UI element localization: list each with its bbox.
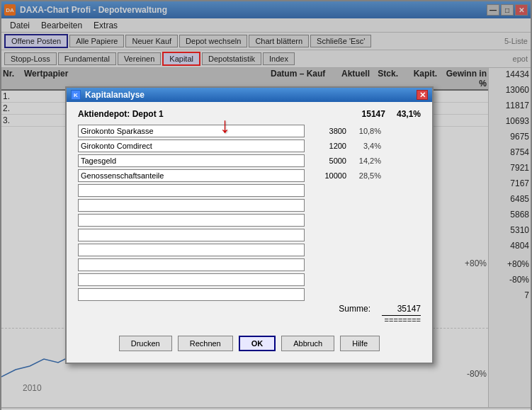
- input-pct-1: 10,8%: [349, 127, 381, 135]
- depot-pct: 43,1%: [397, 109, 421, 119]
- empty-row-8: [78, 288, 421, 301]
- btn-abbruch[interactable]: Abbruch: [281, 336, 334, 351]
- input-field-1[interactable]: [78, 125, 305, 137]
- depot-amount: 15147: [362, 109, 385, 119]
- arrow-down: ↓: [220, 113, 230, 137]
- empty-row-3: [78, 214, 421, 227]
- input-field-4[interactable]: [78, 169, 305, 182]
- empty-input-2[interactable]: [78, 199, 305, 212]
- input-row-2: 1200 3,4%: [78, 139, 421, 152]
- modal-close-button[interactable]: ✕: [417, 90, 428, 100]
- kapitalanalyse-dialog: K Kapitalanalyse ✕ Aktiendepot: Depot 1 …: [65, 86, 434, 364]
- empty-input-3[interactable]: [78, 214, 305, 227]
- btn-drucken[interactable]: Drucken: [119, 336, 172, 351]
- summe-value: 35147: [382, 304, 421, 314]
- empty-input-1[interactable]: [78, 184, 305, 197]
- modal-title-left: K Kapitalanalyse: [71, 90, 145, 100]
- summe-label: Summe:: [339, 304, 370, 314]
- empty-row-6: [78, 258, 421, 271]
- empty-input-6[interactable]: [78, 258, 305, 271]
- empty-row-7: [78, 273, 421, 286]
- modal-icon: K: [71, 90, 81, 100]
- equals-value: ========: [382, 315, 421, 324]
- input-pct-3: 14,2%: [349, 156, 381, 165]
- depot-header-row: Aktiendepot: Depot 1 15147 43,1%: [78, 109, 421, 119]
- depot-name: Aktiendepot: Depot 1: [78, 109, 164, 119]
- btn-ok[interactable]: OK: [239, 336, 276, 351]
- summe-row: Summe: 35147: [78, 304, 421, 314]
- modal-buttons: Drucken Rechnen OK Abbruch Hilfe: [78, 330, 421, 355]
- input-pct-2: 3,4%: [349, 142, 381, 150]
- modal-title-bar: K Kapitalanalyse ✕: [67, 88, 432, 102]
- empty-input-5[interactable]: [78, 244, 305, 256]
- input-value-4: 10000: [307, 171, 346, 180]
- input-value-2: 1200: [307, 142, 346, 150]
- empty-row-5: [78, 244, 421, 256]
- main-window: DA DAXA-Chart Profi - Depotverwaltung — …: [0, 0, 532, 410]
- empty-input-4[interactable]: [78, 229, 305, 241]
- empty-row-1: [78, 184, 421, 197]
- input-value-1: 3800: [307, 127, 346, 135]
- equals-row: ========: [78, 315, 421, 324]
- empty-input-8[interactable]: [78, 288, 305, 301]
- btn-rechnen[interactable]: Rechnen: [178, 336, 233, 351]
- empty-input-7[interactable]: [78, 273, 305, 286]
- input-row-3: 5000 14,2%: [78, 154, 421, 167]
- input-field-2[interactable]: [78, 139, 305, 152]
- input-row-4: 10000 28,5%: [78, 169, 421, 182]
- btn-hilfe[interactable]: Hilfe: [340, 336, 380, 351]
- modal-body: Aktiendepot: Depot 1 15147 43,1% 3800 10…: [67, 102, 432, 363]
- modal-title-text: Kapitalanalyse: [85, 90, 145, 100]
- input-field-3[interactable]: [78, 154, 305, 167]
- empty-row-4: [78, 229, 421, 241]
- input-pct-4: 28,5%: [349, 171, 381, 180]
- input-value-3: 5000: [307, 156, 346, 165]
- input-row-1: 3800 10,8%: [78, 125, 421, 137]
- empty-row-2: [78, 199, 421, 212]
- depot-values: 15147 43,1%: [362, 109, 421, 119]
